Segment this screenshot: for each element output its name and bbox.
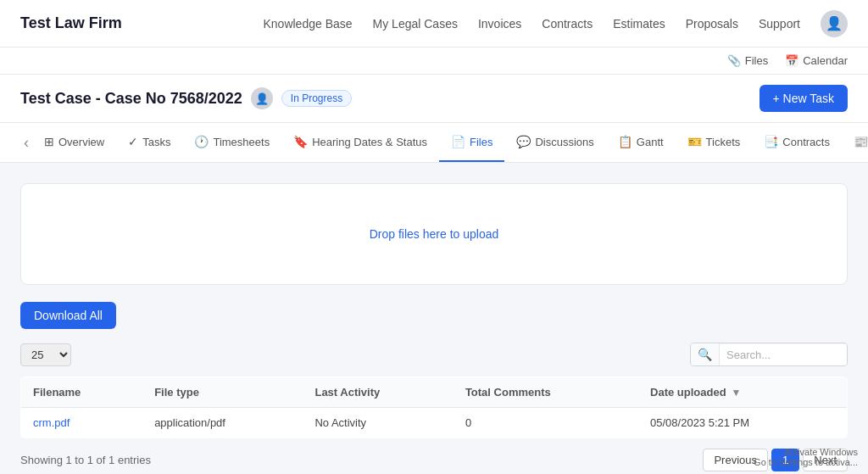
user-avatar[interactable]: 👤 (821, 10, 848, 37)
col-filetype: File type (142, 377, 303, 408)
overview-icon: ⊞ (44, 135, 54, 148)
file-link[interactable]: crm.pdf (33, 416, 70, 429)
search-input[interactable] (720, 344, 847, 365)
tab-tickets[interactable]: 🎫 Tickets (676, 123, 753, 162)
case-title: Test Case - Case No 7568/2022 (20, 90, 242, 108)
tab-overview[interactable]: ⊞ Overview (32, 123, 116, 162)
tickets-icon: 🎫 (687, 135, 702, 148)
cell-filename: crm.pdf (21, 408, 143, 438)
per-page-select[interactable]: 25 10 50 100 (20, 343, 71, 366)
download-all-button[interactable]: Download All (20, 302, 116, 329)
tab-prev-button[interactable]: ‹ (20, 134, 32, 152)
footer-row: Showing 1 to 1 of 1 entries Previous 1 N… (20, 449, 848, 471)
cell-date-uploaded: 05/08/2023 5:21 PM (638, 408, 847, 438)
tab-bar: ‹ ⊞ Overview ✓ Tasks 🕐 Timesheets 🔖 Hear… (0, 123, 868, 163)
files-nav-link[interactable]: 📎 Files (727, 54, 768, 67)
calendar-nav-link[interactable]: 📅 Calendar (785, 54, 848, 67)
hearing-dates-icon: 🔖 (293, 135, 308, 148)
cell-last-activity: No Activity (303, 408, 453, 438)
files-icon: 📄 (451, 135, 465, 148)
tab-tasks[interactable]: ✓ Tasks (116, 123, 182, 162)
case-title-row: Test Case - Case No 7568/2022 👤 In Progr… (20, 87, 352, 109)
secondary-bar: 📎 Files 📅 Calendar (0, 47, 868, 75)
navbar: Test Law Firm Knowledge Base My Legal Ca… (0, 0, 868, 47)
gantt-icon: 📋 (618, 135, 632, 148)
main-content: Drop files here to upload Download All 2… (0, 163, 868, 474)
brand-logo: Test Law Firm (20, 14, 122, 32)
col-total-comments: Total Comments (453, 377, 638, 408)
case-avatar: 👤 (251, 87, 273, 109)
nav-proposals[interactable]: Proposals (686, 17, 738, 31)
nav-my-legal-cases[interactable]: My Legal Cases (373, 17, 458, 31)
nav-estimates[interactable]: Estimates (613, 17, 665, 31)
tab-timesheets[interactable]: 🕐 Timesheets (182, 123, 281, 162)
nav-support[interactable]: Support (759, 17, 800, 31)
status-badge: In Progress (281, 90, 352, 107)
paperclip-icon: 📎 (727, 54, 741, 67)
contracts-icon: 📑 (764, 135, 778, 148)
nav-knowledge-base[interactable]: Knowledge Base (263, 17, 352, 31)
windows-watermark: Activate Windows Go to Settings to activ… (754, 447, 858, 467)
tab-pro[interactable]: 📰 Pro (842, 123, 868, 162)
controls-row: 25 10 50 100 🔍 (20, 343, 848, 366)
sort-icon: ▼ (732, 387, 742, 399)
col-date-uploaded[interactable]: Date uploaded ▼ (638, 377, 847, 408)
case-header: Test Case - Case No 7568/2022 👤 In Progr… (0, 75, 868, 123)
timesheets-icon: 🕐 (194, 135, 209, 148)
files-table: Filename File type Last Activity Total C… (20, 376, 848, 438)
col-filename: Filename (21, 377, 143, 408)
nav-contracts[interactable]: Contracts (542, 17, 593, 31)
tab-contracts[interactable]: 📑 Contracts (752, 123, 842, 162)
tab-discussions[interactable]: 💬 Discussions (504, 123, 605, 162)
search-icon: 🔍 (691, 343, 720, 365)
pro-icon: 📰 (854, 135, 868, 148)
col-last-activity: Last Activity (303, 377, 453, 408)
calendar-icon: 📅 (785, 54, 798, 67)
tasks-icon: ✓ (128, 135, 138, 148)
upload-drop-text: Drop files here to upload (370, 227, 499, 241)
tab-files[interactable]: 📄 Files (439, 123, 504, 162)
tab-gantt[interactable]: 📋 Gantt (606, 123, 676, 162)
tab-hearing-dates[interactable]: 🔖 Hearing Dates & Status (281, 123, 439, 162)
upload-area[interactable]: Drop files here to upload (20, 183, 848, 285)
nav-invoices[interactable]: Invoices (478, 17, 521, 31)
cell-total-comments: 0 (453, 408, 638, 438)
cell-filetype: application/pdf (142, 408, 303, 438)
table-row: crm.pdf application/pdf No Activity 0 05… (21, 408, 848, 438)
search-box: 🔍 (690, 343, 848, 366)
nav-links: Knowledge Base My Legal Cases Invoices C… (263, 10, 848, 37)
discussions-icon: 💬 (516, 135, 531, 148)
showing-text: Showing 1 to 1 of 1 entries (20, 454, 151, 466)
new-task-button[interactable]: + New Task (760, 85, 849, 112)
